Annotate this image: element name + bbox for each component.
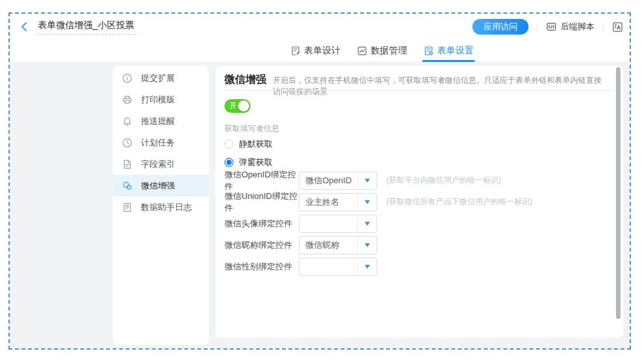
field-label: 微信UnionID绑定控件 (224, 190, 299, 214)
radio-label: 静默获取 (239, 138, 273, 150)
select-arrow[interactable] (357, 237, 376, 254)
select-value: 微信昵称 (299, 237, 357, 254)
field-openid-binding: 微信OpenID绑定控件 微信OpenID (获取平台内微信用户的唯一标识) (224, 170, 614, 191)
bell-icon (122, 116, 132, 127)
select-value (299, 215, 357, 232)
settings-sidebar: 提交扩展 打印模版 推送提醒 计划任务 (113, 66, 209, 345)
wechat-enhance-toggle[interactable]: 开 (224, 99, 251, 113)
field-label: 微信OpenID绑定控件 (224, 169, 299, 192)
panel-title: 微信增强 (224, 73, 266, 87)
clock-icon (122, 138, 132, 148)
field-nickname-binding: 微信昵称绑定控件 微信昵称 (224, 234, 614, 256)
sidebar-item-field-index[interactable]: 字段索引 (113, 153, 209, 175)
log-icon (122, 202, 132, 213)
sidebar-item-label: 打印模版 (141, 94, 175, 106)
backend-script-button[interactable]: 后端脚本 (546, 21, 594, 33)
sidebar-item-label: 微信增强 (141, 180, 175, 192)
nickname-select[interactable]: 微信昵称 (299, 236, 377, 254)
chevron-down-icon (365, 179, 370, 183)
app-window: 表单微信增强_小区投票 应用访问 后端脚本 (8, 12, 631, 350)
radio-label: 弹窗获取 (239, 157, 273, 168)
sidebar-item-label: 数据助手日志 (141, 202, 192, 213)
divider (603, 22, 604, 31)
vertical-scrollbar[interactable] (616, 67, 621, 319)
tab-form-settings[interactable]: 表单设置 (422, 40, 475, 62)
divider (537, 22, 538, 31)
sidebar-item-label: 字段索引 (141, 158, 175, 170)
sidebar-item-submit-extension[interactable]: 提交扩展 (113, 67, 209, 89)
tab-label: 表单设置 (437, 45, 474, 57)
field-avatar-binding: 微信头像绑定控件 (224, 213, 614, 234)
wechat-enhance-panel: 微信增强 开启后，仅支持在手机微信中填写，可获取填写者微信信息。只适应于表单外链… (215, 66, 623, 338)
field-unionid-binding: 微信UnionID绑定控件 业主姓名 (获取微信所有产品下微信用户的唯一标识) (224, 191, 614, 213)
divider (224, 90, 614, 91)
sidebar-item-wechat-enhance[interactable]: 微信增强 (113, 175, 209, 196)
tab-label: 数据管理 (371, 45, 407, 57)
sidebar-item-data-assistant-log[interactable]: 数据助手日志 (113, 196, 209, 218)
gender-select[interactable] (299, 258, 377, 276)
chevron-down-icon (365, 222, 370, 226)
tab-form-design[interactable]: 表单设计 (289, 40, 342, 62)
field-label: 微信昵称绑定控件 (224, 239, 299, 251)
tab-label: 表单设计 (304, 45, 341, 57)
select-arrow[interactable] (357, 194, 376, 211)
sidebar-item-label: 提交扩展 (141, 72, 175, 84)
app-access-button[interactable]: 应用访问 (472, 19, 529, 35)
toggle-knob (238, 100, 249, 112)
sidebar-item-label: 推送提醒 (141, 115, 175, 127)
top-bar-actions: 应用访问 后端脚本 (472, 19, 623, 35)
top-bar: 表单微信增强_小区投票 应用访问 后端脚本 (10, 14, 630, 40)
back-button[interactable] (18, 21, 30, 33)
form-design-icon (290, 46, 301, 56)
chevron-left-icon (20, 22, 29, 32)
chevron-down-icon (365, 265, 370, 269)
field-label: 微信头像绑定控件 (224, 218, 299, 230)
tab-data-management[interactable]: 数据管理 (356, 40, 408, 62)
field-label: 微信性别绑定控件 (224, 261, 299, 273)
radio-popup-fetch[interactable]: 弹窗获取 (224, 157, 273, 168)
avatar-select[interactable] (299, 215, 377, 233)
radio-silent-fetch[interactable]: 静默获取 (224, 138, 273, 150)
panel-header: 微信增强 开启后，仅支持在手机微信中填写，可获取填写者微信信息。只适应于表单外链… (224, 73, 606, 97)
chevron-down-icon (365, 200, 370, 204)
field-hint: (获取微信所有产品下微信用户的唯一标识) (386, 196, 532, 207)
select-arrow[interactable] (357, 172, 376, 189)
binding-fields: 微信OpenID绑定控件 微信OpenID (获取平台内微信用户的唯一标识) 微… (224, 170, 614, 277)
printer-icon (122, 95, 132, 105)
select-value: 业主姓名 (299, 194, 357, 211)
radio-circle-icon[interactable] (224, 158, 234, 167)
field-hint: (获取平台内微信用户的唯一标识) (386, 175, 501, 186)
tabs: 表单设计 数据管理 表单设置 (289, 40, 475, 62)
translate-icon (612, 22, 623, 33)
backend-script-label: 后端脚本 (560, 21, 594, 33)
sidebar-item-scheduled-tasks[interactable]: 计划任务 (113, 132, 209, 153)
sidebar-item-push-reminder[interactable]: 推送提醒 (113, 110, 209, 132)
code-icon (546, 22, 557, 32)
field-gender-binding: 微信性别绑定控件 (224, 256, 614, 277)
form-title[interactable]: 表单微信增强_小区投票 (37, 19, 136, 35)
select-value (299, 258, 357, 275)
chevron-down-icon (365, 243, 370, 247)
toggle-on-label: 开 (230, 99, 237, 113)
unionid-select[interactable]: 业主姓名 (299, 193, 377, 211)
sidebar-item-print-template[interactable]: 打印模版 (113, 89, 209, 110)
content-area: 提交扩展 打印模版 推送提醒 计划任务 (10, 63, 630, 348)
radio-circle-icon[interactable] (224, 140, 234, 149)
file-icon (122, 159, 132, 170)
select-value: 微信OpenID (299, 172, 357, 189)
openid-select[interactable]: 微信OpenID (299, 172, 377, 190)
filler-info-section-label: 获取填写者信息 (224, 123, 279, 134)
form-settings-icon (423, 46, 434, 56)
info-icon (122, 73, 132, 83)
select-arrow[interactable] (357, 215, 376, 232)
panel-description: 开启后，仅支持在手机微信中填写，可获取填写者微信信息。只适应于表单外链和表单内链… (273, 75, 606, 97)
sidebar-item-label: 计划任务 (141, 137, 175, 149)
tab-bar: 表单设计 数据管理 表单设置 (10, 40, 630, 63)
wechat-icon (122, 181, 132, 191)
select-arrow[interactable] (357, 258, 376, 275)
data-management-icon (357, 46, 367, 56)
translate-button[interactable] (612, 22, 623, 33)
